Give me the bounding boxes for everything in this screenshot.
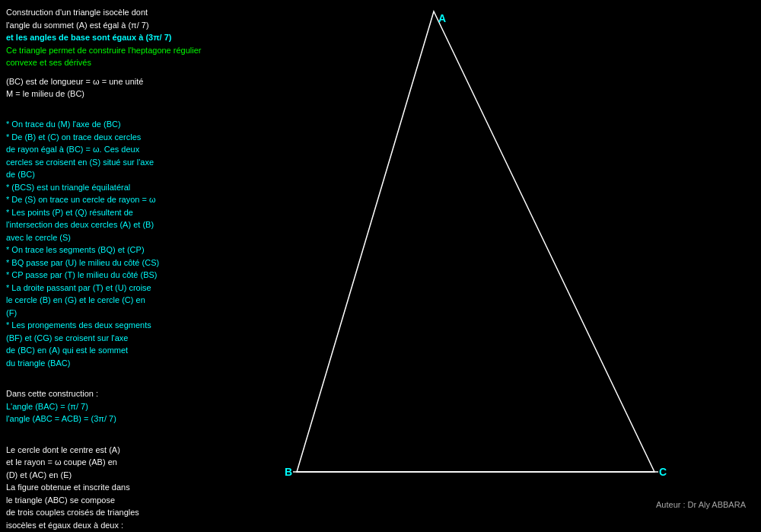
s4-l5: le triangle (ABC) se compose xyxy=(6,495,115,505)
s2-l2: * De (B) et (C) on trace deux cercles xyxy=(6,132,141,142)
s2-l4: cercles se croisent en (S) situé sur l'a… xyxy=(6,158,154,167)
s2-l9: l'intersection des deux cercles (A) et (… xyxy=(6,220,154,229)
section1: (BC) est de longueur = ω = une unité M =… xyxy=(6,75,212,100)
section3: Dans cette construction : L'angle (BAC) … xyxy=(6,387,212,425)
s2-l6: * (BCS) est un triangle équilatéral xyxy=(6,183,130,192)
section2: * On trace du (M) l'axe de (BC) * De (B)… xyxy=(6,118,212,369)
s2-l7: * De (S) on trace un cercle de rayon = ω xyxy=(6,195,156,204)
s3-l3: l'angle (ABC = ACB) = (3π/ 7) xyxy=(6,414,116,423)
s4-l2: et le rayon = ω coupe (AB) en xyxy=(6,457,117,467)
title-line3: et les angles de base sont égaux à (3π/ … xyxy=(6,33,172,42)
s4-l4: La figure obtenue et inscrite dans xyxy=(6,483,130,492)
s2-l8: * Les points (P) et (Q) résultent de xyxy=(6,208,133,217)
s3-l1: Dans cette construction : xyxy=(6,389,98,398)
s2-l13: * CP passe par (T) le milieu du côté (BS… xyxy=(6,270,157,279)
s2-l16: (F) xyxy=(6,308,17,317)
title-line1: Construction d'un triangle isocèle dont xyxy=(6,8,148,17)
section1-line2: M = le milieu de (BC) xyxy=(6,89,84,98)
s2-l15: le cercle (B) en (G) et le cercle (C) en xyxy=(6,295,145,304)
title-line2: l'angle du sommet (A) est égal à (π/ 7) xyxy=(6,21,149,30)
s2-l20: du triangle (BAC) xyxy=(6,358,70,368)
s2-l5: de (BC) xyxy=(6,170,35,179)
subtitle: Ce triangle permet de construire l'hepta… xyxy=(6,46,201,68)
s4-l1: Le cercle dont le centre est (A) xyxy=(6,445,120,454)
s2-l18: (BF) et (CG) se croisent sur l'axe xyxy=(6,333,128,342)
s2-l1: * On trace du (M) l'axe de (BC) xyxy=(6,119,121,129)
s2-l11: * On trace les segments (BQ) et (CP) xyxy=(6,245,145,254)
s2-l19: de (BC) en (A) qui est le sommet xyxy=(6,346,128,355)
text-panel: Construction d'un triangle isocèle dont … xyxy=(6,6,212,532)
s2-l14: * La droite passant par (T) et (U) crois… xyxy=(6,283,151,292)
s2-l3: de rayon égal à (BC) = ω. Ces deux xyxy=(6,145,139,154)
s4-l3: (D) et (AC) en (E) xyxy=(6,470,72,479)
s4-l6: de trois couples croisés de triangles xyxy=(6,508,139,517)
s2-l17: * Les prongements des deux segments xyxy=(6,320,151,330)
author-label: Auteur : Dr Aly ABBARA xyxy=(656,500,746,509)
s4-l7: isocèles et égaux deux à deux : xyxy=(6,521,123,530)
s2-l10: avec le cercle (S) xyxy=(6,233,71,242)
s2-l12: * BQ passe par (U) le milieu du côté (CS… xyxy=(6,258,159,267)
section4: Le cercle dont le centre est (A) et le r… xyxy=(6,444,212,532)
title-block: Construction d'un triangle isocèle dont … xyxy=(6,6,212,69)
s3-l2: L'angle (BAC) = (π/ 7) xyxy=(6,402,88,411)
section1-line1: (BC) est de longueur = ω = une unité xyxy=(6,77,143,86)
